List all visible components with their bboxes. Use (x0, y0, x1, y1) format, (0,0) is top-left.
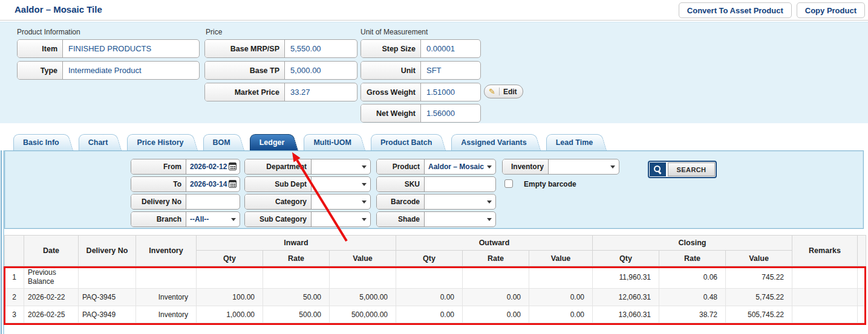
delivery-no-cell: PAQ-3949 (79, 306, 136, 323)
closing-qty-cell: 13,060.31 (593, 306, 659, 323)
inward-qty-cell: 100.00 (197, 289, 263, 306)
base-tp-value: 5,000.00 (285, 62, 357, 79)
row-number-cell: 3 (5, 306, 24, 323)
sku-input[interactable] (425, 177, 495, 191)
table-row: 3 2026-02-25 PAQ-3949 Inventory 1,000.00… (5, 306, 866, 323)
tab-assigned-variants[interactable]: Assigned Variants (451, 134, 531, 150)
inward-value-cell: 5,000.00 (330, 289, 396, 306)
step-size-field: Step Size 0.00001 (361, 39, 481, 58)
item-field: Item FINISHED PRODUCTS (17, 39, 200, 58)
inward-group-header: Inward (197, 236, 396, 251)
tab-bar: Basic Info Chart Price History BOM Ledge… (13, 134, 612, 150)
ledger-table: Date Delivery No Inventory Inward Outwar… (4, 235, 866, 323)
panel-left-border-inner (3, 150, 4, 334)
table-row: 1 Previous Balance 11,960.31 0.06 745.22 (5, 266, 866, 289)
inventory-header: Inventory (136, 236, 197, 266)
sku-field[interactable]: SKU (376, 176, 496, 192)
inward-rate-cell (263, 266, 330, 289)
market-price-label: Market Price (205, 83, 285, 101)
price-section-label: Price (206, 28, 222, 36)
sub-category-select[interactable] (312, 212, 370, 226)
tab-chart[interactable]: Chart (79, 134, 113, 150)
calendar-icon[interactable] (229, 162, 237, 170)
remarks-cell (792, 266, 858, 289)
inventory-cell: Inventory (136, 289, 197, 306)
search-button[interactable]: SEARCH (648, 161, 717, 178)
tab-ledger[interactable]: Ledger (250, 134, 290, 150)
search-icon (650, 162, 666, 176)
panel-left-border (1, 150, 2, 334)
edit-button-label: Edit (500, 88, 517, 96)
tab-product-batch[interactable]: Product Batch (371, 134, 437, 150)
tab-multi-uom[interactable]: Multi-UOM (304, 134, 356, 150)
from-label: From (131, 159, 186, 174)
inward-qty-header: Qty (197, 251, 263, 266)
header-actions: Convert To Asset Product Copy Product (679, 2, 865, 18)
empty-barcode-checkbox[interactable] (504, 179, 513, 188)
date-header: Date (24, 236, 79, 266)
inventory-cell (136, 266, 197, 289)
tab-lead-time[interactable]: Lead Time (546, 134, 598, 150)
department-label: Department (245, 159, 312, 174)
spacer-cell (858, 289, 866, 306)
barcode-field[interactable]: Barcode (376, 194, 496, 210)
category-label: Category (245, 194, 312, 209)
product-field[interactable]: Product Aaldor – Mosaic Tile (376, 159, 496, 175)
outward-rate-cell (463, 266, 529, 289)
department-select[interactable] (312, 159, 370, 174)
sub-category-field[interactable]: Sub Category (244, 211, 371, 227)
branch-select[interactable]: --All-- (186, 212, 240, 226)
sub-category-label: Sub Category (245, 212, 312, 226)
copy-product-button[interactable]: Copy Product (797, 2, 865, 18)
type-value: Intermediate Product (63, 62, 199, 79)
chevron-down-icon (362, 165, 367, 169)
sub-dept-field[interactable]: Sub Dept (244, 176, 371, 192)
delivery-no-field[interactable]: Delivery No (131, 194, 240, 210)
delivery-no-header: Delivery No (79, 236, 136, 266)
branch-label: Branch (131, 212, 186, 226)
chevron-down-icon (362, 201, 367, 204)
barcode-select[interactable] (425, 194, 495, 209)
page-title: Aaldor – Mosaic Tile (15, 4, 102, 14)
shade-select[interactable] (425, 212, 495, 226)
inward-qty-cell (197, 266, 263, 289)
outward-qty-cell: 0.00 (396, 289, 463, 306)
edit-button[interactable]: ✎ Edit (484, 85, 523, 98)
outward-qty-header: Qty (396, 251, 463, 266)
inventory-field[interactable]: Inventory (502, 159, 619, 175)
remarks-header: Remarks (792, 236, 858, 266)
product-ledger-page: Aaldor – Mosaic Tile Convert To Asset Pr… (0, 0, 868, 334)
closing-value-cell: 5,745.22 (726, 289, 792, 306)
row-number-cell: 1 (5, 266, 24, 289)
type-field: Type Intermediate Product (17, 61, 200, 80)
unit-field: Unit SFT (361, 61, 481, 80)
department-field[interactable]: Department (244, 159, 371, 175)
sub-dept-select[interactable] (312, 177, 370, 191)
convert-to-asset-product-button[interactable]: Convert To Asset Product (679, 2, 792, 18)
closing-value-cell: 505,745.22 (726, 306, 792, 323)
base-mrp-sp-field: Base MRP/SP 5,550.00 (204, 39, 357, 58)
from-date-input[interactable]: 2026-02-12 (186, 159, 240, 174)
from-date-field[interactable]: From 2026-02-12 (131, 159, 240, 175)
to-date-input[interactable]: 2026-03-14 (186, 177, 240, 191)
shade-field[interactable]: Shade (376, 211, 496, 227)
product-select[interactable]: Aaldor – Mosaic Tile (425, 159, 495, 174)
inventory-select[interactable] (549, 159, 619, 174)
branch-field[interactable]: Branch --All-- (131, 211, 240, 227)
chevron-down-icon (610, 165, 615, 169)
to-date-field[interactable]: To 2026-03-14 (131, 176, 240, 192)
tab-basic-info[interactable]: Basic Info (13, 134, 64, 150)
category-select[interactable] (312, 194, 370, 209)
tab-price-history[interactable]: Price History (127, 134, 188, 150)
outward-value-cell: 0.00 (529, 306, 593, 323)
closing-qty-header: Qty (593, 251, 659, 266)
date-cell: 2026-02-22 (24, 289, 79, 306)
tab-bom[interactable]: BOM (203, 134, 235, 150)
gross-weight-field: Gross Weight 1.51000 (361, 83, 481, 101)
empty-barcode-label: Empty barcode (524, 180, 576, 188)
calendar-icon[interactable] (229, 180, 237, 188)
category-field[interactable]: Category (244, 194, 371, 210)
title-bar: Aaldor – Mosaic Tile Convert To Asset Pr… (0, 0, 868, 21)
delivery-no-input[interactable] (186, 194, 240, 209)
closing-qty-cell: 12,060.31 (593, 289, 659, 306)
